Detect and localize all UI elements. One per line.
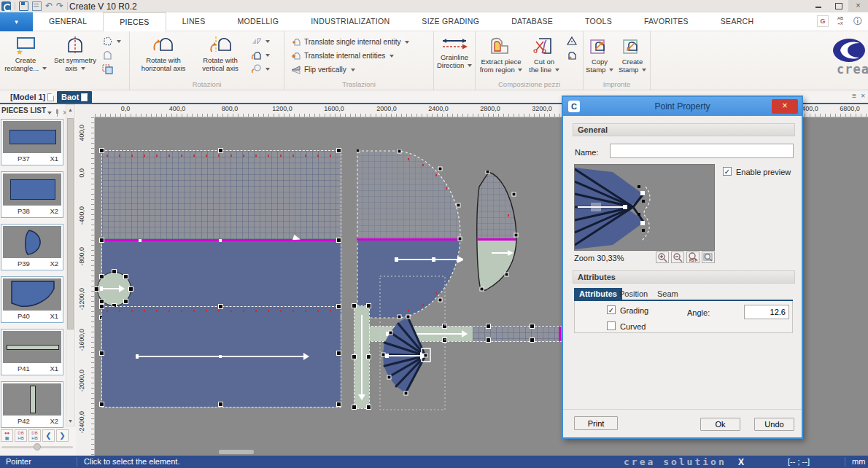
minimize-button[interactable] <box>809 0 829 12</box>
scissors-icon <box>532 36 557 56</box>
canvas-piece-fan[interactable] <box>379 276 446 411</box>
tab-size-grading[interactable]: SIZE GRADING <box>406 12 495 31</box>
maximize-button[interactable] <box>829 0 848 12</box>
zoom-in-button[interactable] <box>656 251 669 263</box>
symmetry-axis-icon <box>63 36 88 55</box>
set-symmetry-axis-button[interactable]: Set symmetry axis <box>51 34 99 79</box>
translate-entities-button[interactable]: Translate internal entities <box>290 50 394 62</box>
thumbnail-size-slider[interactable] <box>1 446 73 448</box>
grading-checkbox[interactable]: ✓ <box>607 305 616 314</box>
canvas-piece-vertical-strip[interactable] <box>354 306 369 408</box>
extract-piece-button[interactable]: Extract piecefrom region <box>477 34 525 79</box>
pieces-prev-button[interactable]: ❮ <box>42 429 55 442</box>
translate-icon[interactable]: AB+X <box>834 15 846 27</box>
grainline-direction-button[interactable]: GrainlineDirection <box>430 34 478 79</box>
notes-icon[interactable] <box>32 1 42 11</box>
piece-card-p42[interactable]: P42X2 <box>1 381 63 428</box>
cut-on-line-button[interactable]: Cut onthe line <box>525 34 563 79</box>
tab-lines[interactable]: LINES <box>166 12 222 31</box>
piece-mark-tool-button[interactable] <box>566 50 577 61</box>
create-stamp-button[interactable]: CreateStamp <box>616 34 648 79</box>
info-icon[interactable]: ⓘ <box>852 15 864 27</box>
selection-handles[interactable] <box>352 304 356 308</box>
dropdown-caret-icon <box>518 69 522 71</box>
set-symmetry-label: Set symmetry axis <box>54 56 96 72</box>
print-button[interactable]: Print <box>574 416 618 430</box>
undo-button[interactable]: Undo <box>754 418 794 431</box>
rotate-tool-2-button[interactable] <box>251 50 270 61</box>
piece-outline-tool-button[interactable] <box>102 50 121 61</box>
zoom-out-button[interactable] <box>671 251 684 263</box>
canvas-horizontal-scrollbar[interactable] <box>219 450 254 454</box>
piece-card-p40[interactable]: P40X1 <box>1 276 63 323</box>
undo-icon[interactable]: ↶ <box>45 1 53 11</box>
dialog-tab-seam[interactable]: Seam <box>652 288 683 300</box>
selection-handles[interactable] <box>112 270 116 273</box>
piece-card-p38[interactable]: P38X2 <box>1 171 63 218</box>
enable-preview-checkbox[interactable]: ✓ <box>723 167 732 176</box>
scrollbar-down-icon[interactable]: ▼ <box>66 417 74 425</box>
tab-favorites[interactable]: FAVORITES <box>628 12 705 31</box>
pieces-view-mode-2-button[interactable]: DBHB <box>15 429 27 442</box>
piece-card-p41[interactable]: P41X1 <box>1 329 63 375</box>
ok-button[interactable]: Ok <box>700 418 740 431</box>
tab-modellig[interactable]: MODELLIG <box>221 12 295 31</box>
rotate-vertical-axis-button[interactable]: Rotate withvertical axis <box>194 34 247 79</box>
selection-handles[interactable] <box>100 305 104 308</box>
rotate-tool-1-button[interactable] <box>251 36 270 47</box>
point-property-dialog: C Point Property × General Name: <box>562 95 803 439</box>
flip-vertically-button[interactable]: Flip vertically <box>290 63 355 76</box>
pieces-view-mode-3-button[interactable]: DBHB <box>28 429 41 442</box>
app-icon[interactable] <box>1 1 11 11</box>
dialog-close-button[interactable]: × <box>772 99 798 114</box>
document-tab-baot[interactable]: Baot <box>57 91 92 103</box>
selection-handles[interactable] <box>100 149 104 152</box>
piece-card-p37[interactable]: P37X1 <box>1 119 63 165</box>
region-tool-button[interactable] <box>102 36 121 47</box>
grainline-icon <box>440 36 469 52</box>
angle-input[interactable] <box>744 305 789 319</box>
scrollbar-thumb[interactable] <box>67 118 74 329</box>
panel-menu-caret-icon[interactable] <box>47 112 52 114</box>
dialog-tab-position[interactable]: Position <box>614 288 653 300</box>
document-tab-model1[interactable]: [Model 1] <box>6 91 58 103</box>
pieces-view-mode-1-button[interactable]: ●●▦ <box>1 429 13 442</box>
grammar-check-icon[interactable]: G <box>817 15 829 27</box>
canvas-piece-large-top[interactable] <box>102 151 341 319</box>
duplicate-piece-tool-button[interactable] <box>102 63 121 74</box>
tab-database[interactable]: DATABASE <box>495 12 569 31</box>
piece-warning-tool-button[interactable] <box>566 36 577 47</box>
pin-icon[interactable] <box>55 109 60 117</box>
pieces-next-button[interactable]: ❯ <box>56 429 69 442</box>
create-rectangle-button[interactable]: ★ Create rectangle... <box>1 34 50 79</box>
file-menu-button[interactable]: ▾ <box>0 12 33 31</box>
tab-general[interactable]: GENERAL <box>33 12 103 31</box>
pieces-list-scrollbar[interactable]: ▲ ▼ <box>66 104 75 426</box>
save-icon[interactable] <box>19 1 28 11</box>
redo-icon[interactable]: ↷ <box>56 1 63 11</box>
scrollbar-up-icon[interactable]: ▲ <box>66 106 74 114</box>
name-input[interactable] <box>610 144 794 158</box>
canvas-piece-small-fan[interactable] <box>476 171 519 293</box>
piece-thumbnail <box>3 278 61 311</box>
copy-stamp-button[interactable]: CopyStamp <box>584 34 616 79</box>
canvas-piece-large-bottom[interactable] <box>102 307 341 407</box>
rotate-tool-3-button[interactable] <box>251 63 270 74</box>
tab-search[interactable]: SEARCH <box>705 12 770 31</box>
canvas-piece-circle[interactable] <box>97 272 131 306</box>
translate-single-entity-button[interactable]: Translate single internal entity <box>290 36 409 48</box>
zoom-fit-button[interactable] <box>702 251 715 263</box>
dialog-title-bar[interactable]: C Point Property × <box>563 97 802 116</box>
tab-pieces[interactable]: PIECES <box>103 12 166 31</box>
close-button[interactable]: × <box>848 0 868 12</box>
rotate-horizontal-axis-button[interactable]: Rotate withhorizontal axis <box>137 34 190 79</box>
ruler-label: 400,0 <box>78 125 85 141</box>
piece-card-p39[interactable]: P39X2 <box>1 224 63 270</box>
tab-close-icon[interactable]: × <box>861 92 865 100</box>
slider-thumb[interactable] <box>34 443 41 451</box>
tab-tools[interactable]: TOOLS <box>569 12 628 31</box>
curved-checkbox[interactable] <box>607 321 616 330</box>
tab-list-menu-icon[interactable]: ≡ <box>852 92 856 100</box>
zoom-reset-button[interactable]: RST <box>686 251 700 263</box>
tab-industrialization[interactable]: INDUSTRIALIZATION <box>295 12 406 31</box>
